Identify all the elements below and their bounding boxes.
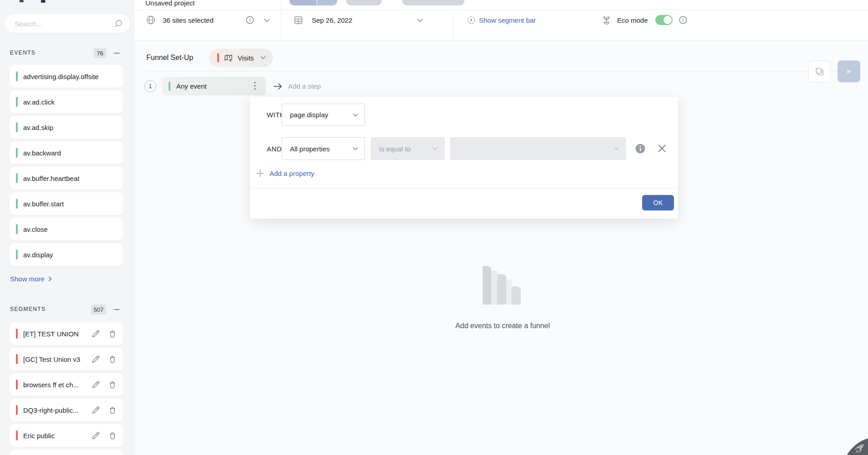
- cutoff-secondary-button[interactable]: [402, 0, 464, 5]
- edit-segment-icon[interactable]: [91, 406, 100, 415]
- show-segment-bar-link[interactable]: Show segment bar: [479, 16, 536, 24]
- step-number-badge: 1: [144, 80, 156, 92]
- delete-segment-icon[interactable]: [108, 406, 117, 415]
- sites-selector[interactable]: 36 sites selected: [163, 16, 214, 24]
- arrow-right-icon: [272, 80, 284, 92]
- collapse-events-icon[interactable]: [114, 50, 120, 56]
- event-color-bar: [16, 173, 18, 183]
- segment-item-label: DQ3-right-public...: [23, 406, 79, 414]
- delete-segment-icon[interactable]: [108, 330, 117, 338]
- step-color-bar: [169, 82, 170, 91]
- date-selector[interactable]: Sep 26, 2022: [312, 16, 352, 24]
- top-bar: Unsaved project 36 sites selected Sep 26…: [135, 0, 868, 40]
- edit-segment-icon[interactable]: [91, 355, 100, 364]
- metric-selector[interactable]: Visits: [209, 49, 273, 67]
- condition-info-icon[interactable]: [635, 144, 645, 154]
- whats-new-launcher[interactable]: [842, 437, 868, 455]
- segments-section-header: SEGMENTS 507: [0, 305, 135, 315]
- run-funnel-button[interactable]: [838, 60, 860, 82]
- segment-color-bar: [16, 405, 18, 415]
- segment-item[interactable]: Eric public: [10, 424, 123, 447]
- chevron-down-icon: [353, 113, 358, 117]
- event-item-label: av.display: [23, 251, 53, 259]
- event-select-value: page.display: [290, 111, 328, 119]
- cutoff-secondary-button[interactable]: [346, 0, 382, 5]
- event-color-bar: [16, 250, 18, 260]
- cutoff-primary-button[interactable]: [317, 0, 337, 5]
- property-select-value: All properties: [290, 145, 330, 153]
- show-more-events-link[interactable]: Show more: [10, 275, 52, 283]
- cutoff-primary-button[interactable]: [289, 0, 317, 5]
- event-item[interactable]: av.ad.skip: [10, 116, 123, 139]
- add-property-button[interactable]: Add a property: [256, 169, 314, 178]
- event-color-bar: [16, 97, 18, 107]
- funnel-step-any-event[interactable]: Any event: [162, 77, 266, 95]
- topbar-divider: [135, 10, 868, 10]
- event-color-bar: [16, 71, 18, 81]
- sites-info-icon[interactable]: [246, 16, 254, 24]
- duplicate-button[interactable]: [808, 60, 831, 82]
- event-color-bar: [16, 199, 18, 209]
- event-select[interactable]: page.display: [282, 104, 365, 126]
- segment-item[interactable]: DQ3-right-public...: [10, 399, 123, 421]
- event-item[interactable]: advertising.display.offsite: [10, 65, 123, 88]
- segment-item[interactable]: [GC] Test Union v3: [10, 348, 123, 370]
- delete-segment-icon[interactable]: [108, 355, 117, 364]
- segment-item-partial[interactable]: [10, 450, 123, 455]
- event-item[interactable]: av.close: [10, 218, 123, 240]
- chevron-down-icon: [432, 147, 438, 150]
- step-label: Any event: [176, 82, 207, 90]
- search-input[interactable]: [15, 15, 110, 33]
- edit-segment-icon[interactable]: [91, 380, 100, 389]
- delete-segment-icon[interactable]: [108, 431, 117, 440]
- add-step-button[interactable]: Add a step: [288, 82, 321, 90]
- and-label: AND: [267, 145, 282, 153]
- ok-button[interactable]: OK: [642, 195, 674, 210]
- add-property-label: Add a property: [269, 170, 314, 177]
- event-color-bar: [16, 148, 18, 158]
- eco-mode-toggle[interactable]: [655, 15, 673, 25]
- event-item[interactable]: av.buffer.heartbeat: [10, 167, 123, 190]
- segment-item[interactable]: [ET] TEST UNION: [10, 322, 123, 345]
- remove-condition-icon[interactable]: [657, 144, 667, 153]
- calendar-icon: [294, 15, 303, 25]
- eco-info-icon[interactable]: [679, 16, 687, 24]
- chevron-down-icon: [353, 147, 358, 150]
- event-color-bar: [16, 122, 18, 132]
- step-menu-icon[interactable]: [254, 81, 256, 90]
- segment-target-icon: [467, 15, 476, 25]
- segment-color-bar: [16, 380, 18, 390]
- event-item[interactable]: av.display: [10, 243, 123, 266]
- copy-icon: [814, 66, 825, 77]
- search-box[interactable]: [5, 15, 130, 33]
- search-icon: [114, 19, 124, 29]
- operator-select-disabled: Is equal to: [371, 137, 444, 160]
- eco-mode-label: Eco mode: [617, 16, 648, 24]
- segment-item[interactable]: browsers ff et ch...: [10, 373, 123, 396]
- sites-chevron-down-icon[interactable]: [264, 19, 270, 22]
- delete-segment-icon[interactable]: [108, 380, 117, 389]
- popup-footer-divider: [250, 188, 678, 189]
- collapse-segments-icon[interactable]: [114, 306, 120, 313]
- event-item[interactable]: av.buffer.start: [10, 192, 123, 215]
- topbar-vertical-divider: [281, 0, 281, 40]
- segment-color-bar: [16, 430, 18, 440]
- event-item-label: advertising.display.offsite: [23, 73, 99, 80]
- rocket-icon: [853, 442, 866, 455]
- events-count-badge: 76: [94, 48, 106, 58]
- toggle-knob: [663, 16, 672, 24]
- property-select[interactable]: All properties: [282, 137, 365, 160]
- event-item[interactable]: av.backward: [10, 141, 123, 164]
- event-item-label: av.ad.click: [23, 98, 55, 106]
- segments-count-badge: 507: [91, 305, 106, 315]
- event-item-label: av.buffer.start: [23, 200, 64, 208]
- segment-item-label: [GC] Test Union v3: [23, 355, 80, 363]
- operator-select-value: Is equal to: [379, 145, 410, 153]
- edit-segment-icon[interactable]: [91, 431, 100, 440]
- event-item[interactable]: av.ad.click: [10, 90, 123, 113]
- topbar-vertical-divider: [453, 11, 453, 39]
- journey-map-icon: [224, 53, 233, 63]
- edit-segment-icon[interactable]: [91, 330, 100, 338]
- date-chevron-down-icon[interactable]: [417, 19, 423, 22]
- play-icon: [845, 67, 853, 75]
